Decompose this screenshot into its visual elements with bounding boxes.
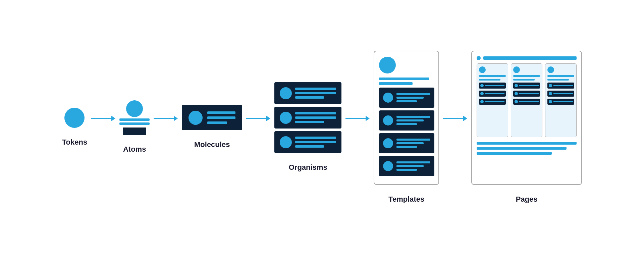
pages-sub-line	[479, 75, 506, 77]
pages-top-row	[477, 56, 577, 60]
pages-sub-dark-line	[553, 93, 573, 94]
mol-line-2	[207, 116, 235, 119]
org-line-2	[295, 141, 336, 143]
pages-bottom-line-3	[477, 152, 552, 155]
pages-sub-dark-circle	[480, 100, 484, 103]
org-card-2	[274, 107, 341, 129]
pages-sub-dark-1	[479, 83, 506, 89]
pages-sub-dark-line	[519, 101, 539, 102]
tmpl-card-line-2	[396, 119, 424, 121]
atomic-design-diagram: Tokens Atoms Molec	[0, 51, 644, 204]
tmpl-header-line-2	[379, 82, 413, 85]
pages-sub-card-2	[511, 63, 542, 137]
template-icon	[374, 51, 439, 185]
org-line-3	[295, 145, 324, 148]
tmpl-card-lines	[396, 93, 430, 102]
org-circle	[280, 87, 292, 99]
pages-sub-card-3	[545, 63, 577, 137]
pages-icon	[471, 51, 582, 185]
pages-header-line	[483, 56, 577, 60]
step-organisms: Organisms	[274, 82, 341, 172]
tmpl-card-circle	[383, 138, 393, 148]
pages-sub-dark-3	[479, 99, 506, 105]
org-circle	[280, 112, 292, 124]
pages-sub-dark-circle	[549, 100, 552, 103]
tmpl-header-lines	[379, 78, 434, 85]
arrow-head	[266, 116, 270, 121]
arrow-head	[366, 116, 370, 121]
pages-bottom-lines	[477, 142, 577, 155]
pages-sub-dark-line	[519, 85, 539, 86]
tmpl-card-line-1	[396, 93, 430, 95]
pages-sub-dark-3	[513, 99, 540, 105]
org-line-1	[295, 137, 336, 139]
tmpl-card-line-2	[396, 165, 424, 167]
pages-sub-circle	[513, 66, 520, 73]
org-line-1	[295, 88, 336, 90]
tmpl-card-line-1	[396, 161, 430, 163]
pages-sub-dark-3	[547, 99, 574, 105]
pages-sub-dark-2	[479, 91, 506, 97]
pages-sub-dark-line	[485, 85, 504, 86]
org-lines	[295, 112, 336, 123]
pages-sub-line	[513, 79, 535, 81]
pages-bottom-line-2	[477, 147, 567, 150]
pages-sub-dark-circle	[515, 92, 518, 95]
org-line-2	[295, 92, 336, 94]
step-molecules: Molecules	[182, 105, 242, 149]
tmpl-card-3	[379, 133, 434, 153]
arrow-line	[91, 118, 111, 119]
pages-sub-circle	[479, 66, 486, 73]
pages-dot	[477, 56, 481, 60]
tmpl-header-circle	[379, 57, 396, 73]
arrow-head	[174, 116, 178, 121]
step-tokens: Tokens	[62, 108, 87, 147]
arrow-head	[463, 116, 467, 121]
step-pages: Pages	[471, 51, 582, 204]
organism-icon	[274, 82, 341, 153]
pages-sub-dark-line	[485, 101, 504, 102]
molecule-icon	[182, 105, 242, 130]
pages-sub-circle	[547, 66, 554, 73]
org-line-3	[295, 96, 324, 99]
pages-bottom-line-1	[477, 142, 577, 145]
org-card-1	[274, 82, 341, 104]
org-lines	[295, 88, 336, 99]
arrow-3	[242, 116, 274, 121]
org-line-1	[295, 112, 336, 114]
pages-cards-row	[477, 63, 577, 137]
mol-line-3	[207, 121, 227, 124]
pages-sub-dark-line	[519, 93, 539, 94]
pages-sub-card-1	[477, 63, 508, 137]
arrow-head	[111, 116, 115, 121]
arrow-1	[87, 116, 119, 121]
pages-sub-dark-line	[553, 101, 573, 102]
atom-line-1	[119, 118, 150, 121]
tmpl-card-circle	[383, 115, 393, 125]
tmpl-card-line-3	[396, 146, 417, 148]
pages-sub-dark-circle	[515, 100, 518, 103]
mol-lines	[207, 111, 235, 124]
org-line-3	[295, 121, 324, 123]
templates-label: Templates	[388, 195, 424, 204]
atom-icon	[119, 100, 150, 135]
org-line-2	[295, 116, 336, 119]
tmpl-header-line-1	[379, 78, 429, 80]
pages-sub-line	[547, 79, 569, 81]
arrow-4	[341, 116, 374, 121]
arrow-line	[443, 118, 463, 119]
pages-sub-line	[547, 75, 574, 77]
pages-label: Pages	[516, 195, 538, 204]
tmpl-card-2	[379, 110, 434, 131]
arrow-5	[439, 116, 471, 121]
pages-sub-dark-line	[485, 93, 504, 94]
tmpl-card-line-1	[396, 116, 430, 118]
arrow-line	[345, 118, 366, 119]
tmpl-card-lines	[396, 139, 430, 148]
pages-sub-dark-circle	[480, 84, 484, 87]
pages-sub-line	[513, 75, 540, 77]
tmpl-card-line-2	[396, 142, 424, 144]
tmpl-card-1	[379, 88, 434, 108]
arrow-line	[246, 118, 266, 119]
arrow-line	[154, 118, 174, 119]
